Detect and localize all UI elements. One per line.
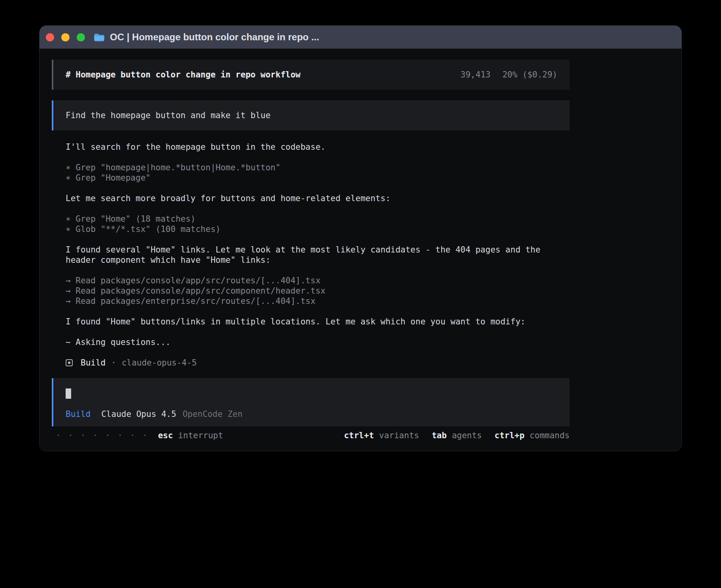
shortcut-commands-key: ctrl+p xyxy=(495,430,525,441)
tool-call-group-1: ∗ Grep "homepage|home.*button|Home.*butt… xyxy=(52,162,570,183)
tool-call-grep-1: ∗ Grep "homepage|home.*button|Home.*butt… xyxy=(66,162,570,173)
input-meta: Build Claude Opus 4.5 OpenCode Zen xyxy=(66,409,557,419)
interrupt-hint: esc interrupt xyxy=(158,430,223,441)
assistant-ask-text: I found "Home" buttons/links in multiple… xyxy=(52,317,570,327)
shortcut-commands: ctrl+p commands xyxy=(495,430,570,441)
user-message-text: Find the homepage button and make it blu… xyxy=(66,111,270,120)
zoom-button[interactable] xyxy=(77,33,85,41)
shortcut-commands-label: commands xyxy=(530,430,570,441)
shortcut-agents-key: tab xyxy=(432,430,447,441)
context-usage: 20% ($0.29) xyxy=(502,70,557,80)
shortcut-variants-key: ctrl+t xyxy=(344,430,374,441)
status-bar-left: · · · · · · · · esc interrupt xyxy=(56,430,223,441)
working-status-text: ~ Asking questions... xyxy=(52,337,570,347)
tool-call-read-3: → Read packages/enterprise/src/routes/[.… xyxy=(66,296,570,306)
minimize-button[interactable] xyxy=(61,33,70,41)
prompt-input[interactable]: Build Claude Opus 4.5 OpenCode Zen xyxy=(52,378,570,426)
tool-call-read-1: → Read packages/console/app/src/routes/[… xyxy=(66,275,570,286)
shortcut-variants-label: variants xyxy=(379,430,419,441)
shortcut-variants: ctrl+t variants xyxy=(344,430,419,441)
traffic-lights xyxy=(46,33,85,41)
tool-call-group-reads: → Read packages/console/app/src/routes/[… xyxy=(52,275,570,306)
terminal-content: # Homepage button color change in repo w… xyxy=(40,49,570,441)
assistant-intro-text: I'll search for the homepage button in t… xyxy=(52,142,570,152)
agent-mode-label[interactable]: Build xyxy=(66,409,91,419)
tool-call-group-2: ∗ Grep "Home" (18 matches) ∗ Glob "**/*.… xyxy=(52,214,570,234)
session-stats: 39,413 20% ($0.29) xyxy=(461,70,557,80)
model-name: Claude Opus 4.5 xyxy=(101,409,176,419)
shortcut-agents-label: agents xyxy=(452,430,482,441)
assistant-broaden-text: Let me search more broadly for buttons a… xyxy=(52,193,570,204)
session-header: # Homepage button color change in repo w… xyxy=(52,60,570,90)
status-bar: · · · · · · · · esc interrupt ctrl+t var… xyxy=(52,430,570,441)
agent-model: claude-opus-4-5 xyxy=(122,358,197,368)
terminal-window: OC | Homepage button color change in rep… xyxy=(39,25,682,451)
text-cursor xyxy=(66,388,71,399)
user-message: Find the homepage button and make it blu… xyxy=(52,100,570,130)
agent-name: Build xyxy=(81,358,106,368)
status-bar-right: ctrl+t variants tab agents ctrl+p comman… xyxy=(344,430,570,441)
interrupt-key: esc xyxy=(158,430,173,441)
shortcut-agents: tab agents xyxy=(432,430,482,441)
agent-status-line: Build · claude-opus-4-5 xyxy=(52,358,570,368)
folder-icon xyxy=(94,33,104,41)
interrupt-label: interrupt xyxy=(178,430,223,441)
tool-call-grep-2: ∗ Grep "Homepage" xyxy=(66,173,570,183)
tool-call-grep-3: ∗ Grep "Home" (18 matches) xyxy=(66,214,570,224)
agent-icon xyxy=(66,359,73,366)
assistant-candidates-text: I found several "Home" links. Let me loo… xyxy=(52,245,570,265)
tool-call-glob-1: ∗ Glob "**/*.tsx" (100 matches) xyxy=(66,224,570,234)
tool-call-read-2: → Read packages/console/app/src/componen… xyxy=(66,286,570,296)
session-title: # Homepage button color change in repo w… xyxy=(66,70,300,80)
progress-dots: · · · · · · · · xyxy=(56,430,149,441)
close-button[interactable] xyxy=(46,33,54,41)
titlebar[interactable]: OC | Homepage button color change in rep… xyxy=(40,26,681,49)
model-provider: OpenCode Zen xyxy=(183,409,243,419)
agent-separator: · xyxy=(111,358,116,368)
window-title: OC | Homepage button color change in rep… xyxy=(110,32,319,43)
token-count: 39,413 xyxy=(461,70,491,80)
